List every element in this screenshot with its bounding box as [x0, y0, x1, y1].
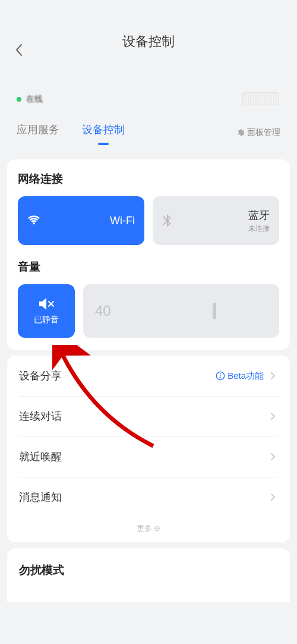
mute-icon	[38, 297, 55, 311]
info-icon	[216, 371, 225, 381]
wifi-label: Wi-Fi	[49, 215, 135, 227]
bluetooth-card[interactable]: 蓝牙 未连接	[153, 196, 279, 245]
nearby-wake-item[interactable]: 就近唤醒	[7, 436, 290, 477]
volume-value: 40	[95, 303, 111, 319]
chevron-right-icon	[267, 492, 278, 502]
tab-device-control[interactable]: 设备控制	[82, 122, 125, 143]
continuous-dialog-label: 连续对话	[19, 409, 62, 423]
chevron-right-icon	[267, 451, 278, 462]
page-header: 设备控制	[0, 0, 297, 65]
beta-badge: Beta功能	[216, 370, 264, 382]
back-button[interactable]	[12, 43, 26, 57]
device-thumbnail	[242, 92, 279, 105]
mute-button[interactable]: 已静音	[18, 284, 75, 338]
message-notify-label: 消息通知	[19, 490, 62, 504]
device-share-item[interactable]: 设备分享 Beta功能	[7, 356, 290, 396]
network-volume-card: 网络连接 Wi-Fi 蓝牙 未连接 音量	[7, 159, 290, 350]
bluetooth-icon	[162, 214, 172, 227]
wifi-card[interactable]: Wi-Fi	[18, 196, 144, 245]
network-row: Wi-Fi 蓝牙 未连接	[18, 196, 279, 245]
tabs-bar: 应用服务 设备控制 面板管理	[0, 105, 297, 153]
bluetooth-sub: 未连接	[180, 224, 270, 234]
device-share-label: 设备分享	[19, 369, 62, 383]
chevron-right-icon	[267, 411, 278, 422]
online-status: 在线	[26, 94, 43, 105]
mute-label: 已静音	[34, 315, 59, 325]
volume-title: 音量	[18, 259, 279, 275]
nearby-wake-label: 就近唤醒	[19, 450, 62, 464]
chevron-left-icon	[15, 43, 23, 57]
bluetooth-label: 蓝牙	[180, 208, 270, 222]
gear-icon	[236, 128, 245, 137]
page-title: 设备控制	[122, 33, 175, 51]
panel-management-button[interactable]: 面板管理	[236, 127, 280, 138]
volume-handle[interactable]	[213, 303, 216, 319]
tab-app-service[interactable]: 应用服务	[17, 122, 59, 143]
expand-circle-icon: ⊝	[154, 524, 160, 533]
network-title: 网络连接	[18, 171, 279, 187]
panel-management-label: 面板管理	[247, 127, 280, 138]
more-button[interactable]: 更多 ⊝	[7, 517, 290, 542]
online-dot-icon	[17, 97, 21, 102]
settings-list: 设备分享 Beta功能 连续对话 就近唤醒 消息通知 更多	[7, 356, 290, 542]
message-notify-item[interactable]: 消息通知	[7, 477, 290, 517]
dnd-title: 勿扰模式	[19, 564, 64, 576]
dnd-card[interactable]: 勿扰模式	[7, 548, 290, 602]
continuous-dialog-item[interactable]: 连续对话	[7, 396, 290, 436]
volume-slider[interactable]: 40	[83, 284, 279, 338]
wifi-icon	[27, 215, 40, 226]
chevron-right-icon	[267, 370, 278, 381]
